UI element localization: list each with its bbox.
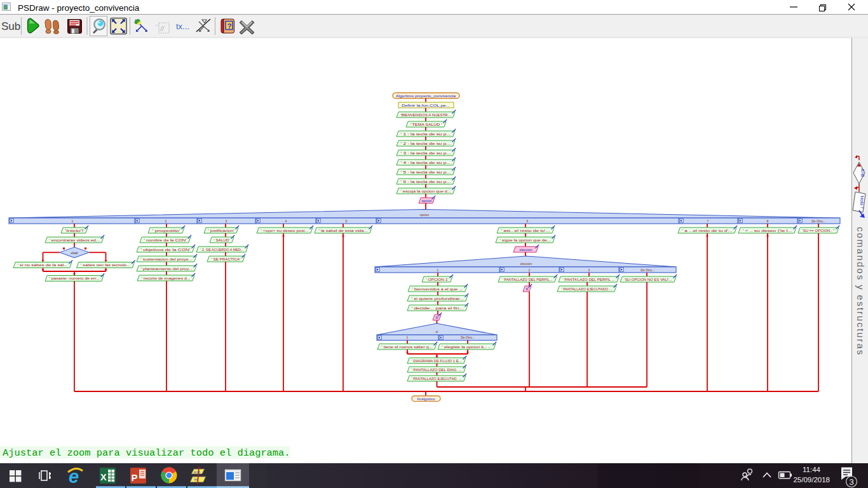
svg-text:'Hola !': 'Hola !' (860, 196, 864, 209)
svg-text:' SALUD': ' SALUD' (214, 238, 230, 242)
svg-text:R: R (526, 287, 529, 291)
svg-text:PSDraw - proyecto_convivencia: PSDraw - proyecto_convivencia (18, 3, 140, 13)
svg-text:' bienvenidos a el que ...: ' bienvenidos a el que ... (412, 287, 463, 291)
svg-text:' objetivos de la CON': ' objetivos de la CON' (141, 248, 191, 252)
svg-text:' < .. su deseo ('te l...: ' < .. su deseo ('te l... (743, 229, 792, 233)
svg-text:P: P (132, 472, 138, 483)
svg-text:el: el (436, 330, 438, 334)
svg-text:3: 3 (588, 268, 590, 272)
svg-text:' elegiste la opcion k.. ...: ' elegiste la opcion k.. ... (442, 345, 492, 349)
svg-text:' 3 : la tecla de su p...: ' 3 : la tecla de su p... (401, 151, 451, 155)
svg-text:2: 2 (165, 219, 167, 223)
svg-text:' decide... para el fin...: ' decide... para el fin... (412, 306, 464, 310)
svg-text:' sustentacion del proye...: ' sustentacion del proye... (141, 257, 193, 261)
svg-text:' si no sabes de la sal...: ' si no sabes de la sal... (18, 263, 68, 267)
svg-text:' recorte de imagenes d...: ' recorte de imagenes d... (142, 276, 191, 280)
svg-text:' SE PRACTICA': ' SE PRACTICA' (212, 257, 241, 261)
svg-text:R: R (436, 316, 438, 320)
svg-text:De Otro...: De Otro... (461, 336, 475, 339)
svg-text:Algoritmo proyecto_convivencia: Algoritmo proyecto_convivencia (396, 94, 456, 98)
svg-text:A>B: A>B (860, 168, 865, 177)
svg-text:1: 1 (407, 336, 409, 339)
svg-text:A>B: A>B (194, 470, 200, 474)
svg-text:' 2. DE ACUERDO A MED...: ' 2. DE ACUERDO A MED... (201, 248, 244, 252)
svg-text:1: 1 (72, 219, 74, 223)
svg-text:8: 8 (767, 219, 769, 223)
svg-text:opcion: opcion (421, 199, 431, 203)
svg-text:' <opc> su deseo posi...: ' <opc> su deseo posi... (261, 229, 309, 233)
svg-text:' nombre de la CON': ' nombre de la CON' (144, 238, 187, 242)
svg-text:' la salud de esta vida...: ' la salud de esta vida... (319, 229, 368, 233)
svg-text:' OPCION 1': ' OPCION 1' (426, 278, 449, 281)
svg-text:' planteamiento del proy...: ' planteamiento del proy... (141, 267, 193, 271)
svg-text:' 1 : la tecla de su p...: ' 1 : la tecla de su p... (401, 132, 451, 136)
svg-text:' TEMA SALUD ': ' TEMA SALUD ' (410, 123, 442, 126)
svg-text:' sigue la opcion que de...: ' sigue la opcion que de... (500, 238, 551, 242)
svg-text:Definir la,fon,COL,pe...: Definir la,fon,COL,pe... (402, 104, 450, 107)
svg-text:tx...: tx... (176, 22, 189, 31)
svg-text:comandos y estructuras: comandos y estructuras (855, 227, 866, 356)
svg-text:'BIENVENIDOS A NUESTR...: 'BIENVENIDOS A NUESTR... (401, 113, 451, 117)
svg-text:3: 3 (849, 477, 853, 487)
svg-text:7: 7 (707, 219, 709, 223)
svg-text:' 5 : la tecla de su p...: ' 5 : la tecla de su p... (401, 170, 451, 174)
svg-text:' PANTALLAZO DEL PERFIL...: ' PANTALLAZO DEL PERFIL... (503, 278, 553, 281)
svg-text:?: ? (227, 22, 232, 30)
svg-text:' encontraras videos ed...: ' encontraras videos ed... (50, 238, 100, 242)
svg-text:' 4 : la tecla de su p...: ' 4 : la tecla de su p... (401, 161, 451, 165)
svg-text://: // (159, 25, 165, 32)
svg-text:2: 2 (529, 268, 531, 272)
svg-text:6: 6 (527, 219, 529, 223)
svg-text:' PANTA'LAZO DEL PERFIL ...: ' PANTA'LAZO DEL PERFIL ... (563, 278, 615, 281)
svg-text:' tiene el menos saber q...: ' tiene el menos saber q... (382, 345, 433, 349)
svg-text:' DIAGRAMA DE FLUJO 1 E...: ' DIAGRAMA DE FLUJO 1 E... (412, 359, 462, 363)
svg-text:Ajustar el zoom para visualiza: Ajustar el zoom para visualizar todo el … (3, 447, 290, 459)
svg-text:'H!': 'H!' (194, 478, 198, 482)
svg-text:' PANTALLAZO DEL DIAG. ...: ' PANTALLAZO DEL DIAG. ... (412, 368, 462, 372)
svg-text:' 2 : la tecla de su p...: ' 2 : la tecla de su p... (401, 142, 451, 146)
svg-text:opcion: opcion (420, 213, 430, 217)
svg-text:' proposito': ' proposito' (153, 229, 180, 233)
svg-text:Sub: Sub (1, 20, 20, 32)
svg-text:' 6 : la tecla de su p...: ' 6 : la tecla de su p... (401, 180, 451, 184)
svg-text:25/09/2018: 25/09/2018 (793, 476, 830, 484)
svg-text:' si quiere profundizar...: ' si quiere profundizar... (412, 297, 464, 301)
svg-text:' a ...el resto de tu d'...: ' a ...el resto de tu d'... (682, 229, 733, 233)
svg-text:' escoja la opcion que d...: ' escoja la opcion que d... (401, 189, 451, 193)
svg-text:De Otro...: De Otro... (811, 219, 825, 223)
svg-text:'SU == OPCION:. '': 'SU == OPCION:. '' (803, 229, 835, 233)
svg-text:' sabes ven las tecnolo...: ' sabes ven las tecnolo... (81, 263, 130, 267)
svg-text:4: 4 (285, 219, 287, 223)
svg-text:eleccion: eleccion (520, 262, 532, 266)
svg-text:3: 3 (226, 219, 227, 223)
svg-text:X: X (100, 472, 107, 482)
svg-text:De Otro...: De Otro... (641, 268, 654, 272)
svg-text:' pasaste: numero de err...: ' pasaste: numero de err... (50, 276, 100, 280)
svg-text:eleccion: eleccion (519, 248, 532, 252)
svg-text:1: 1 (437, 268, 439, 272)
svg-text:' PANTALLAZO EJECUTADO ...: ' PANTALLAZO EJECUTADO ... (562, 287, 613, 291)
svg-text:FinAlgoritmo: FinAlgoritmo (417, 397, 435, 401)
svg-text:5: 5 (346, 219, 348, 223)
svg-text:' asi...el resto de tu'...: ' asi...el resto de tu'... (501, 229, 550, 233)
svg-text:elsab: elsab (71, 252, 78, 255)
svg-text:11:44: 11:44 (803, 466, 821, 473)
svg-text:'inicio'!: 'inicio'! (65, 229, 85, 233)
svg-text:' PANTALLAZO EJECUTAD. ...: ' PANTALLAZO EJECUTAD. ... (412, 377, 462, 381)
svg-text:'SU OPCION NO ES VALI'...: 'SU OPCION NO ES VALI'... (625, 278, 672, 281)
svg-text:' justificacion': ' justificacion' (208, 229, 234, 233)
